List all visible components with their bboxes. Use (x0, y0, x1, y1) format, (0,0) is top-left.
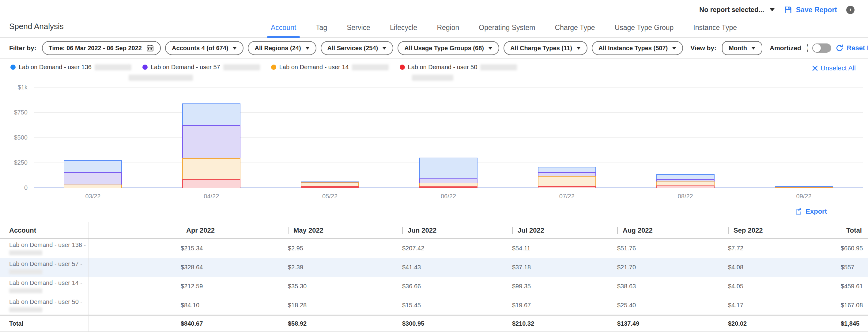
value-cell: $38.63 (605, 277, 716, 296)
filter-pill-all-regions-24[interactable]: All Regions (24) (248, 41, 316, 55)
legend-dot (271, 65, 276, 70)
legend-label: Lab on Demand - user 136 (19, 64, 92, 71)
bar-segment-lab-on-demand-user-136 (64, 160, 122, 172)
value-cell: $167.08 (829, 296, 868, 315)
report-selector-label: No report selected... (699, 6, 764, 14)
filter-pill-all-usage-type-groups-68[interactable]: All Usage Type Groups (68) (398, 41, 499, 55)
value-cell: $207.42 (390, 239, 500, 258)
tab-region[interactable]: Region (436, 24, 460, 38)
account-name: Lab on Demand - user 57 - (9, 261, 86, 267)
value-cell: $51.76 (605, 239, 716, 258)
chart-legend: Lab on Demand - user 136Lab on Demand - … (0, 59, 868, 82)
chart-plot-area: $1k$750$500$250003/2204/2205/2206/2207/2… (34, 88, 863, 188)
legend-item-lab-on-demand-user-57[interactable]: Lab on Demand - user 57 (143, 64, 260, 71)
tab-tag[interactable]: Tag (315, 24, 328, 38)
bar-segment-lab-on-demand-user-50 (775, 188, 833, 188)
filter-pills: Time: 06 Mar 2022 - 06 Sep 2022Accounts … (42, 41, 683, 55)
info-icon[interactable]: i (846, 6, 855, 14)
redacted-text (223, 64, 260, 70)
total-value-cell: $300.95 (390, 315, 500, 332)
tab-operating-system[interactable]: Operating System (477, 24, 536, 38)
value-cell: $212.59 (168, 277, 276, 296)
column-header-may-2022: May 2022 (276, 222, 390, 239)
total-value-cell: $1,845 (829, 315, 868, 332)
gridline (34, 137, 863, 138)
top-bar: No report selected... Save Report i (0, 0, 868, 16)
tab-charge-type[interactable]: Charge Type (553, 24, 596, 38)
bar-segment-lab-on-demand-user-50 (301, 186, 359, 188)
legend-item-lab-on-demand-user-14[interactable]: Lab on Demand - user 14 (271, 64, 389, 71)
bar-segment-lab-on-demand-user-50 (419, 187, 477, 188)
stacked-bar-08-22[interactable] (656, 174, 715, 188)
toggle-knob (813, 44, 821, 52)
filter-bar: Filter by: Time: 06 Mar 2022 - 06 Sep 20… (0, 38, 868, 59)
tab-service[interactable]: Service (345, 24, 372, 38)
gridline (34, 87, 863, 88)
value-cell (89, 239, 168, 258)
column-header-empty (89, 222, 168, 239)
value-cell: $4.05 (716, 277, 829, 296)
bar-segment-lab-on-demand-user-14 (656, 181, 715, 186)
redacted-text (9, 288, 42, 293)
stacked-bar-06-22[interactable] (419, 158, 477, 188)
stacked-bar-03-22[interactable] (64, 160, 122, 188)
total-value-cell: $137.49 (605, 315, 716, 332)
account-cell: Lab on Demand - user 14 - (0, 277, 89, 296)
save-report-button[interactable]: Save Report (784, 5, 837, 14)
tab-instance-type[interactable]: Instance Type (692, 24, 738, 38)
legend-item-lab-on-demand-user-136[interactable]: Lab on Demand - user 136 (10, 64, 131, 71)
report-selector-dropdown[interactable]: No report selected... (699, 6, 775, 14)
reset-filters-button[interactable]: Reset Filters (836, 44, 868, 52)
value-cell: $21.70 (605, 258, 716, 277)
legend-item-lab-on-demand-user-50[interactable]: Lab on Demand - user 50 (400, 64, 517, 71)
caret-down-icon (382, 47, 386, 49)
bar-segment-lab-on-demand-user-57 (656, 179, 715, 181)
filter-pill-label: All Usage Type Groups (68) (404, 45, 484, 52)
tab-account[interactable]: Account (270, 24, 298, 38)
caret-down-icon (488, 47, 493, 49)
export-button[interactable]: Export (795, 207, 827, 215)
y-axis-tick-label: $250 (6, 159, 28, 166)
bar-segment-lab-on-demand-user-14 (538, 176, 596, 186)
bar-segment-lab-on-demand-user-57 (64, 172, 122, 185)
column-header-jul-2022: Jul 2022 (500, 222, 605, 239)
bar-segment-lab-on-demand-user-136 (656, 174, 715, 179)
view-by-dropdown[interactable]: Month (722, 41, 762, 55)
stacked-bar-07-22[interactable] (538, 167, 596, 188)
filter-pill-all-charge-types-11[interactable]: All Charge Types (11) (503, 41, 587, 55)
account-name: Lab on Demand - user 50 - (9, 298, 86, 305)
filter-pill-time[interactable]: Time: 06 Mar 2022 - 06 Sep 2022 (42, 41, 161, 55)
value-cell: $459.61 (829, 277, 868, 296)
filter-pill-all-services-254[interactable]: All Services (254) (321, 41, 394, 55)
stacked-bar-09-22[interactable] (775, 186, 833, 188)
value-cell: $99.35 (500, 277, 605, 296)
table-row-lab-on-demand-user-57: Lab on Demand - user 57 -$328.64$2.39$41… (0, 258, 868, 277)
stacked-bar-04-22[interactable] (182, 103, 241, 188)
unselect-all-button[interactable]: Unselect All (812, 64, 856, 72)
value-cell: $15.45 (390, 296, 500, 315)
bar-segment-lab-on-demand-user-14 (182, 158, 241, 180)
column-separator (728, 227, 728, 234)
y-axis-tick-label: $1k (6, 84, 28, 91)
total-value-cell: $58.92 (276, 315, 390, 332)
save-icon (784, 5, 792, 14)
filter-pill-all-instance-types-507[interactable]: All Instance Types (507) (592, 41, 683, 55)
y-axis-tick-label: $500 (6, 134, 28, 141)
value-cell: $660.95 (829, 239, 868, 258)
tab-usage-type-group[interactable]: Usage Type Group (614, 24, 675, 38)
amortized-info-icon[interactable]: i (807, 44, 808, 52)
filter-pill-accounts-4-of-674[interactable]: Accounts 4 (of 674) (165, 41, 244, 55)
legend-items: Lab on Demand - user 136Lab on Demand - … (10, 64, 868, 71)
column-header-total: Total (829, 222, 868, 239)
tab-lifecycle[interactable]: Lifecycle (389, 24, 418, 38)
legend-label: Lab on Demand - user 50 (408, 64, 477, 71)
redacted-text (9, 269, 42, 274)
filter-pill-label: All Regions (24) (254, 45, 301, 52)
redacted-text (480, 64, 517, 70)
x-axis-tick-label: 05/22 (271, 193, 389, 200)
amortized-toggle[interactable] (812, 43, 831, 53)
filter-pill-label: All Instance Types (507) (598, 45, 668, 52)
stacked-bar-05-22[interactable] (301, 181, 359, 188)
value-cell: $36.66 (390, 277, 500, 296)
redacted-text (352, 64, 389, 70)
